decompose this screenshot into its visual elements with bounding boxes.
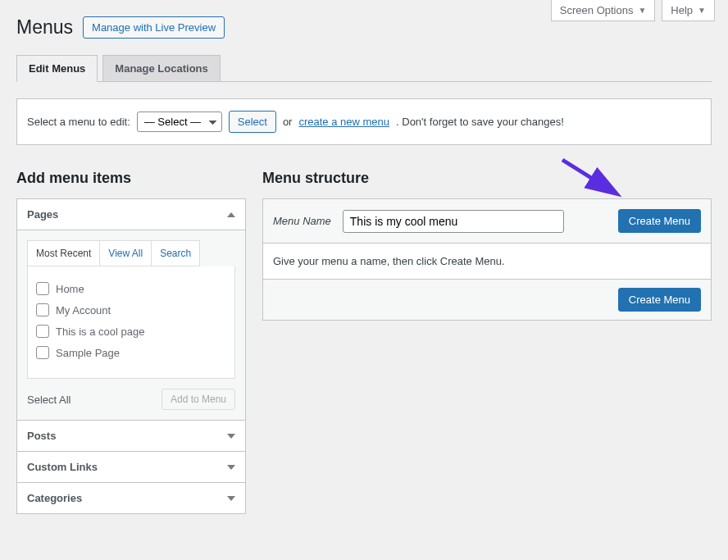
create-new-menu-link[interactable]: create a new menu xyxy=(298,116,389,128)
page-title: Menus xyxy=(16,16,73,39)
tab-edit-menus[interactable]: Edit Menus xyxy=(16,55,98,82)
page-checkbox[interactable] xyxy=(36,282,49,295)
list-item-label: Sample Page xyxy=(56,347,120,359)
page-checkbox[interactable] xyxy=(36,325,49,338)
metabox-posts-toggle[interactable]: Posts xyxy=(17,421,245,451)
page-checkbox[interactable] xyxy=(36,346,49,359)
menu-name-label: Menu Name xyxy=(273,215,331,227)
subtab-most-recent[interactable]: Most Recent xyxy=(28,241,100,266)
metabox-categories-toggle[interactable]: Categories xyxy=(17,483,245,513)
select-menu-label: Select a menu to edit: xyxy=(27,116,130,128)
select-menu-bar: Select a menu to edit: — Select — Select… xyxy=(16,98,712,145)
menu-select[interactable]: — Select — xyxy=(137,112,222,132)
menu-hint: Give your menu a name, then click Create… xyxy=(263,244,711,280)
create-menu-button-bottom[interactable]: Create Menu xyxy=(618,288,701,312)
add-items-title: Add menu items xyxy=(16,170,246,187)
nav-tabs: Edit Menus Manage Locations xyxy=(16,55,712,82)
page-checkbox[interactable] xyxy=(36,303,49,316)
list-item-label: My Account xyxy=(56,304,111,316)
caret-down-icon xyxy=(227,434,235,439)
menu-name-input[interactable] xyxy=(343,210,564,233)
metabox-custom-links-title: Custom Links xyxy=(27,461,98,473)
metabox-categories-title: Categories xyxy=(27,492,82,504)
or-text: or xyxy=(283,116,293,128)
list-item[interactable]: Sample Page xyxy=(36,342,226,363)
metabox-posts-title: Posts xyxy=(27,430,56,442)
list-item-label: This is a cool page xyxy=(56,326,144,338)
metabox-pages-toggle[interactable]: Pages xyxy=(17,199,245,230)
list-item-label: Home xyxy=(56,283,84,295)
metabox-custom-links-toggle[interactable]: Custom Links xyxy=(17,452,245,482)
add-to-menu-button[interactable]: Add to Menu xyxy=(162,389,235,410)
select-suffix: . Don't forget to save your changes! xyxy=(396,116,564,128)
caret-down-icon xyxy=(227,465,235,470)
pages-subtabs: Most Recent View All Search xyxy=(27,240,200,266)
list-item[interactable]: Home xyxy=(36,278,226,299)
list-item[interactable]: My Account xyxy=(36,299,226,321)
live-preview-button[interactable]: Manage with Live Preview xyxy=(83,16,225,39)
list-item[interactable]: This is a cool page xyxy=(36,321,226,342)
subtab-view-all[interactable]: View All xyxy=(100,241,152,266)
select-button[interactable]: Select xyxy=(229,111,276,133)
pages-list: Home My Account This is a cool page Samp… xyxy=(27,266,235,379)
menu-structure-panel: Menu Name Create Menu Give your menu a n… xyxy=(262,198,712,321)
metabox-pages-title: Pages xyxy=(27,208,58,221)
menu-structure-title: Menu structure xyxy=(262,170,712,187)
create-menu-button-top[interactable]: Create Menu xyxy=(618,209,701,233)
caret-down-icon xyxy=(227,496,235,501)
caret-up-icon xyxy=(227,212,235,217)
select-all-link[interactable]: Select All xyxy=(27,394,71,406)
tab-manage-locations[interactable]: Manage Locations xyxy=(102,55,220,82)
subtab-search[interactable]: Search xyxy=(152,241,199,266)
